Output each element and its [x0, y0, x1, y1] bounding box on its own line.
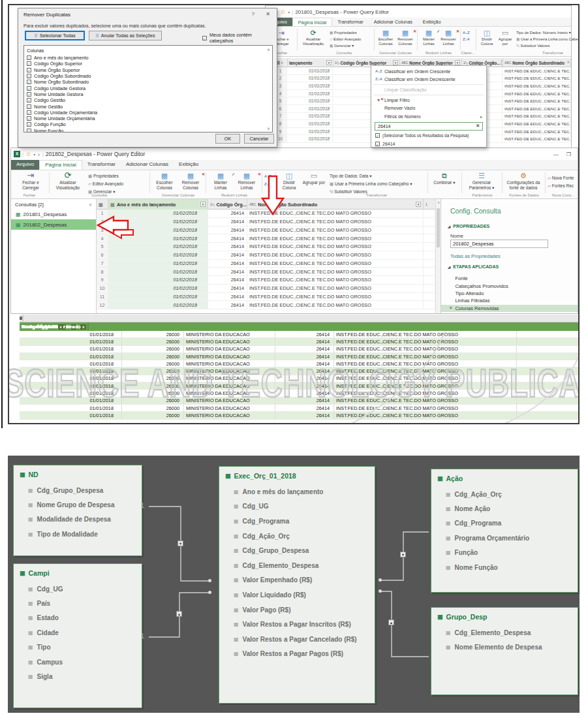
table-row[interactable]: 01/01/2018 26000 MINISTERIO DA EDUCACAO … — [20, 412, 580, 419]
scroll-down-icon[interactable]: ∨ — [266, 126, 271, 131]
table-row[interactable]: 4 01/02/2018 26414 INST.FED.DE EDUC.,CIE… — [97, 234, 435, 243]
cell-empty[interactable] — [424, 276, 435, 284]
clear-search-icon[interactable]: ✕ — [476, 123, 480, 129]
cell-nome-subordinado[interactable]: INST.FED.DE EDUC.,CIENC.E TEC.DO MATO GR… — [334, 382, 517, 389]
cell-empty[interactable] — [517, 405, 580, 411]
checkbox-checked-icon[interactable]: ✓ — [202, 36, 207, 40]
cell-nome-subordinado[interactable]: INST.FED.DE EDUC.,CIENC.E TEC.DO MATO GR… — [334, 398, 517, 404]
cell-nome-superior[interactable]: MINISTERIO DA EDUCACAO — [184, 382, 275, 389]
applied-step-item[interactable]: ✕ Cabeçalhos Promovidos — [441, 282, 578, 289]
table-row[interactable]: 11 01/02/2018 26414 INST.FED.DE EDUC.,CI… — [97, 293, 435, 302]
cell-date[interactable]: 01/01/2018 — [20, 367, 122, 374]
cell-date[interactable]: 01/02/2018 — [108, 268, 208, 275]
cell-nome[interactable]: INST.FED.DE EDUC.,CIENC.E TEC.DO MATO GR… — [247, 210, 424, 217]
cell-codigo[interactable]: 26414 — [208, 268, 247, 275]
checkbox-checked-icon[interactable]: ✓ — [27, 61, 31, 66]
column-checkbox-item[interactable]: ✓ Nome Unidade Gestora — [27, 91, 272, 97]
cell-codigo[interactable]: 26414 — [208, 251, 247, 259]
applied-step-item[interactable]: ✕ Tipo Alterado — [441, 290, 578, 297]
cell-empty[interactable] — [517, 367, 580, 374]
cancel-button[interactable]: Cancelar — [244, 134, 274, 144]
cell-nome[interactable]: INST.FED.DE EDUC.,CIENC.E TEC.DO MATO GR… — [247, 243, 424, 251]
checkbox-checked-icon[interactable]: ✓ — [375, 133, 380, 138]
menu-item-select-all-results[interactable]: ✓(Selecionar Todos os Resultados da Pesq… — [371, 132, 486, 140]
table-row[interactable]: 6 01/02/2018 26414 INST.FED.DE EDUC.,CIE… — [97, 251, 435, 260]
cell-nome[interactable]: INST.FED.DE EDUC.,CIENC.E TEC.DO MATO GR… — [247, 218, 424, 226]
cell-codigo[interactable]: 26414 — [208, 226, 247, 234]
menu-item-remove-empty[interactable]: Remover Vazio — [371, 104, 486, 112]
cell-nome[interactable]: INST.FED.DE EDUC.,CIENC.E TEC.DO MATO — [503, 82, 571, 89]
cell-codigo-superior[interactable]: 26000 — [122, 375, 184, 382]
query-list-item[interactable]: ▦ 201801_Despesas — [11, 209, 96, 219]
cell-nome-superior[interactable]: MINISTERIO DA EDUCACAO — [184, 338, 275, 345]
cell-date[interactable]: 01/02/2018 — [108, 276, 208, 284]
cell-codigo-superior[interactable]: 26000 — [122, 390, 184, 396]
field-row[interactable]: ▦País — [14, 596, 142, 610]
cell-nome-subordinado[interactable]: INST.FED.DE EDUC.,CIENC.E TEC.DO MATO GR… — [334, 405, 517, 411]
checkbox-checked-icon[interactable]: ✓ — [27, 86, 31, 91]
remove-columns-button[interactable]: ▦✕Remover Colunas — [396, 29, 414, 46]
field-row[interactable]: ▦Valor Restos a Pagar Cancelado (R$) — [219, 632, 375, 647]
sort-ascending-icon[interactable]: A↓Z — [264, 174, 271, 179]
select-all-header[interactable]: ▦ — [97, 199, 108, 210]
cell-date[interactable]: 01/02/2018 — [108, 251, 208, 259]
close-icon[interactable]: ✕ — [266, 11, 270, 17]
cell-empty[interactable] — [424, 243, 435, 251]
field-row[interactable]: ▦Função — [431, 546, 578, 560]
remove-rows-button[interactable]: ▦✕Remover Linhas — [234, 172, 259, 191]
cell-date[interactable]: 01/02/2018 — [108, 210, 208, 217]
field-row[interactable]: ▦Cdg_UG — [14, 582, 142, 596]
column-checkbox-item[interactable]: ✓ Código Função — [27, 121, 272, 127]
cell-nome[interactable]: INST.FED.DE EDUC.,CIENC.E TEC.DO MATO — [503, 67, 571, 74]
replace-values-button[interactable]: ½ Substituir Valores — [330, 189, 367, 194]
field-row[interactable]: ▦Cdg_Ação_Orç — [219, 529, 375, 544]
scrollbar-thumb[interactable] — [437, 208, 440, 247]
field-row[interactable]: ▦Valor Restos a Pagar Pagos (R$) — [219, 647, 375, 662]
cell-nome-subordinado[interactable]: INST.FED.DE EDUC.,CIENC.E TEC.DO MATO GR… — [334, 390, 517, 396]
table-row[interactable]: 01/01/2018 26000 MINISTERIO DA EDUCACAO … — [20, 338, 580, 345]
table-row[interactable]: 01/01/2018 26000 MINISTERIO DA EDUCACAO … — [20, 390, 580, 397]
cell-nome[interactable]: INST.FED.DE EDUC.,CIENC.E TEC.DO MATO — [503, 120, 571, 127]
collapse-icon[interactable]: < — [89, 202, 92, 208]
field-row[interactable]: ▦Valor Pago (R$) — [219, 602, 375, 617]
field-row[interactable]: ▦Sigla — [14, 669, 142, 683]
column-checkbox-item[interactable]: ✓ Nome Gestão — [27, 103, 272, 109]
column-checkbox-item[interactable]: ✓ Código Órgão Subordinado — [27, 73, 272, 79]
cell-empty[interactable] — [424, 293, 435, 301]
relationship-direction-icon[interactable]: ▼ — [400, 552, 406, 557]
remove-rows-button[interactable]: ▦✕Remover Linhas — [439, 29, 457, 46]
cell-nome[interactable]: INST.FED.DE EDUC.,CIENC.E TEC.DO MATO — [503, 113, 571, 120]
cell-nome[interactable]: INST.FED.DE EDUC.,CIENC.E TEC.DO MATO GR… — [247, 268, 424, 275]
field-row[interactable]: ▦Cdg_Programa — [219, 514, 375, 529]
applied-step-item[interactable]: ✕ Fonte — [441, 275, 578, 282]
field-row[interactable]: ▦Nome Grupo de Despesa — [14, 497, 142, 512]
group-by-button[interactable]: ▭Agrupar por — [302, 172, 326, 185]
field-row[interactable]: ▦Cdg_Programa — [431, 516, 578, 531]
diagram-table-acao[interactable]: ▦Ação ▦Cdg_Ação_Orç▦Nome Ação▦Cdg_Progra… — [431, 469, 578, 593]
cell-date[interactable]: 01/02/2018 — [108, 243, 208, 251]
cell-nome-superior[interactable]: MINISTERIO DA EDUCACAO — [184, 405, 275, 411]
cell-date[interactable]: 01/01/2018 — [287, 97, 333, 104]
scroll-up-icon[interactable]: ∧ — [567, 59, 570, 64]
table-row[interactable]: 9 01/02/2018 26414 INST.FED.DE EDUC.,CIE… — [97, 276, 435, 285]
cell-codigo-superior[interactable]: 26000 — [122, 353, 184, 360]
column-checkbox-item[interactable]: ✓ Ano e mês do lançamento — [27, 55, 272, 61]
cell-date[interactable]: 01/02/2018 — [108, 301, 208, 309]
field-row[interactable]: ▦Modalidade de Despesa — [14, 512, 142, 527]
cell-date[interactable]: 01/01/2018 — [287, 82, 333, 89]
grid-scrollbar[interactable]: ∧ — [435, 199, 441, 313]
filter-arrow-icon[interactable]: ▾ — [58, 324, 63, 330]
advanced-editor-button[interactable]: ▱ Editor Avançado — [330, 37, 361, 41]
checkbox-checked-icon[interactable]: ✓ — [27, 122, 31, 127]
relationship-direction-icon[interactable]: ▲ — [388, 619, 394, 625]
column-header-lancamento[interactable]: lançamento▾ — [288, 58, 333, 67]
cell-date[interactable]: 01/02/2018 — [108, 226, 208, 234]
cell-date[interactable]: 01/01/2018 — [287, 113, 333, 120]
combine-button[interactable]: ⧉Combinar ▾ — [430, 172, 459, 185]
select-all-button[interactable]: ☰Selecionar Todas — [25, 31, 85, 40]
checkbox-checked-icon[interactable]: ✓ — [27, 129, 31, 133]
menu-item-sort-ascending[interactable]: A↓ZClassificar em Ordem Crescente — [371, 67, 486, 76]
data-type-button[interactable]: Tipo de Dados: Data ▾ — [330, 174, 371, 179]
choose-columns-button[interactable]: ▦Escolher Colunas — [377, 29, 395, 46]
cell-nome[interactable]: INST.FED.DE EDUC.,CIENC.E TEC.DO MATO GR… — [247, 293, 424, 301]
